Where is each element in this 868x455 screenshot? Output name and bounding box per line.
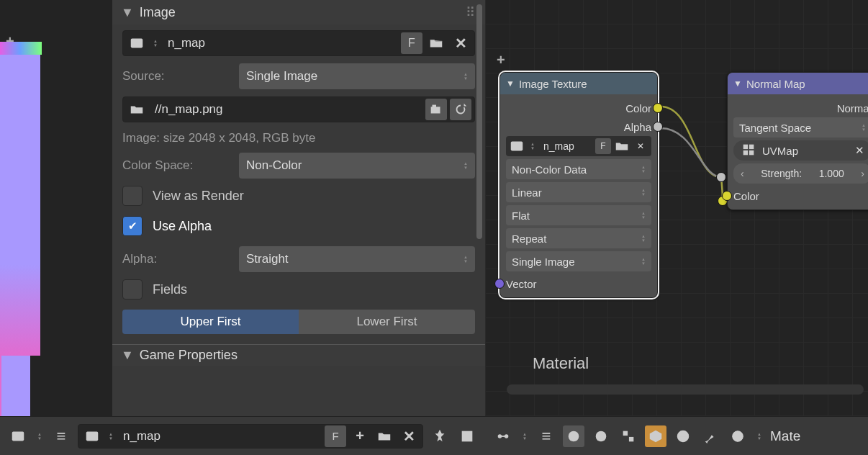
image-datablock: F ✕ [122, 30, 475, 56]
more-icon[interactable] [456, 425, 478, 447]
fake-user-button[interactable]: F [325, 425, 346, 447]
filepath-row [122, 96, 475, 122]
disclosure-triangle-icon: ▼ [121, 5, 134, 20]
node-normal-map[interactable]: ▼ Normal Map Normal Tangent Space UVMap … [727, 72, 868, 210]
material-name-label: Material [533, 354, 589, 373]
node-image-texture[interactable]: ▼ Image Texture Color Alpha n_map F ✕ No… [499, 72, 658, 298]
uvmap-field[interactable]: UVMap ✕ [733, 140, 868, 161]
svg-rect-7 [749, 144, 754, 148]
use-alpha-label: Use Alpha [153, 219, 212, 234]
source-select[interactable]: Single Image [239, 63, 475, 89]
use-alpha-checkbox[interactable] [122, 216, 143, 236]
socket-label: Vector [506, 278, 537, 290]
editor-type-icon[interactable] [492, 425, 514, 447]
fields-checkbox[interactable] [122, 279, 143, 299]
projection-select[interactable]: Flat [506, 205, 651, 225]
color-space-select[interactable]: Non-Color Data [506, 159, 651, 179]
material-dropdown[interactable] [754, 426, 764, 446]
socket-label: Color [625, 102, 651, 114]
image-datablock-header: F + ✕ [78, 424, 423, 449]
svg-point-17 [569, 431, 579, 441]
image-type-icon[interactable] [126, 32, 148, 54]
uvmap-icon [741, 142, 756, 160]
browse-dropdown[interactable] [106, 426, 116, 446]
expand-toolbar-icon[interactable]: + [497, 52, 505, 68]
open-image-icon[interactable] [614, 138, 630, 154]
editor-type-dropdown[interactable] [35, 426, 45, 446]
fake-user-button[interactable]: F [401, 32, 422, 54]
brush-icon[interactable] [700, 425, 721, 447]
field-order-toggle[interactable]: Upper First Lower First [122, 310, 475, 334]
output-socket-color[interactable] [653, 103, 663, 113]
material-name-header[interactable]: Mate [770, 428, 800, 444]
unlink-image-button[interactable]: ✕ [450, 32, 471, 54]
open-image-icon[interactable] [374, 425, 395, 447]
image-name-header[interactable] [119, 429, 322, 443]
node-editor[interactable]: + ▼ Image Texture Color Alpha n_map F ✕ … [485, 0, 868, 416]
output-socket-alpha[interactable] [653, 122, 663, 132]
image-icon[interactable] [81, 425, 103, 447]
svg-rect-5 [511, 142, 523, 151]
colorspace-label: Color Space: [122, 158, 230, 173]
alpha-select[interactable]: Straight [239, 246, 475, 272]
menu-icon[interactable]: ≡ [50, 425, 72, 447]
clear-icon[interactable]: ✕ [855, 144, 864, 157]
reroute-node[interactable] [716, 172, 726, 182]
source-select[interactable]: Single Image [506, 251, 651, 271]
shader-type-linestyle-icon[interactable] [618, 425, 639, 447]
shader-type-object-icon[interactable] [563, 425, 584, 447]
node-image-name[interactable]: n_map [541, 140, 592, 152]
space-select[interactable]: Tangent Space [733, 117, 868, 138]
panel-title: Image [140, 5, 176, 20]
input-socket-vector[interactable] [494, 279, 505, 289]
interpolation-select[interactable]: Linear [506, 182, 651, 202]
fields-label: Fields [153, 282, 187, 297]
open-image-icon[interactable] [425, 32, 447, 54]
chevron-updown-icon [461, 249, 471, 269]
lower-first-button[interactable]: Lower First [299, 310, 475, 334]
svg-rect-8 [743, 150, 748, 154]
browse-dropdown[interactable] [528, 136, 538, 156]
image-name-field[interactable] [163, 36, 398, 50]
use-nodes-icon[interactable] [645, 425, 666, 447]
new-image-icon[interactable]: + [349, 425, 371, 447]
node-header[interactable]: ▼ Image Texture [500, 73, 657, 94]
colorspace-select[interactable]: Non-Color [239, 153, 475, 179]
node-title: Image Texture [519, 78, 587, 90]
material-slot-icon[interactable] [727, 425, 749, 447]
reload-button[interactable] [450, 99, 471, 120]
browse-image-dropdown[interactable] [150, 33, 161, 53]
node-header[interactable]: ▼ Normal Map [728, 73, 868, 94]
svg-rect-2 [431, 107, 440, 113]
pin-icon[interactable] [429, 425, 451, 447]
chevron-updown-icon [461, 156, 471, 176]
upper-first-button[interactable]: Upper First [122, 310, 299, 334]
shader-type-world-icon[interactable] [590, 425, 612, 447]
input-socket-color[interactable] [722, 191, 732, 201]
strength-slider[interactable]: ‹ Strength: 1.000 › [733, 163, 868, 184]
grip-icon[interactable]: ⠿ [466, 4, 476, 20]
panel-header-game-properties[interactable]: ▼ Game Properties [112, 344, 485, 366]
extension-select[interactable]: Repeat [506, 228, 651, 248]
disclosure-triangle-icon: ▼ [121, 348, 134, 363]
panel-scrollbar[interactable] [476, 4, 482, 239]
collapse-triangle-icon[interactable]: ▼ [733, 78, 742, 89]
file-browse-button[interactable] [425, 99, 447, 120]
filepath-field[interactable] [150, 102, 422, 117]
collapse-triangle-icon[interactable]: ▼ [506, 78, 515, 89]
svg-rect-9 [749, 150, 754, 154]
unlink-image-icon[interactable]: ✕ [398, 425, 420, 447]
svg-marker-4 [464, 104, 467, 107]
panel-header-image[interactable]: ▼ Image ⠿ [112, 0, 485, 24]
editor-type-icon[interactable] [7, 425, 29, 447]
menu-icon[interactable]: ≡ [535, 425, 557, 447]
image-icon[interactable] [509, 138, 525, 154]
horizontal-scrollbar[interactable] [507, 384, 864, 395]
editor-type-dropdown[interactable] [520, 426, 530, 446]
world-icon[interactable] [672, 425, 694, 447]
unlink-icon[interactable]: ✕ [633, 138, 648, 154]
svg-marker-21 [650, 430, 662, 442]
view-as-render-checkbox[interactable] [122, 186, 143, 206]
fake-user-button[interactable]: F [595, 138, 611, 154]
socket-label: Color [733, 190, 759, 202]
